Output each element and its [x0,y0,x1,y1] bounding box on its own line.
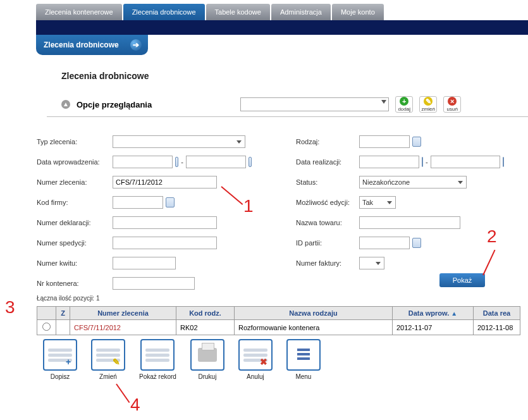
edit-button-label: zmień [422,106,435,112]
select-status[interactable]: Niezakończone [359,176,467,188]
delete-button[interactable]: × usuń [443,96,461,113]
cell-nazwa: Rozformowanie kontenera [235,320,393,335]
cell-numer[interactable]: CFS/7/11/2012 [70,320,176,335]
browse-options-row: ▲ Opcje przeglądania + dodaj ✎ zmień × u… [61,96,522,113]
calendar-icon[interactable] [503,157,504,167]
x-icon: ✖ [259,357,269,367]
label-status: Status: [296,178,359,186]
tab-drobnicowe[interactable]: Zlecenia drobnicowe [123,4,205,20]
input-data-real-from[interactable] [359,156,419,168]
input-data-wprow-from[interactable] [113,156,173,168]
show-button[interactable]: Pokaż [439,273,485,287]
cell-z [56,320,70,335]
x-icon: × [448,97,457,106]
menu-icon [297,349,310,361]
annotation-4: 4 [130,395,140,415]
table-row[interactable]: CFS/7/11/2012 RK02 Rozformowanie kontene… [37,320,520,335]
tab-administracja[interactable]: Administracja [271,4,331,20]
anuluj-button[interactable]: ✖ Anuluj [238,339,273,380]
label-id-partii: ID partii: [296,239,359,247]
label-mozliwosc-edycji: Możliwość edycji: [296,199,359,206]
row-radio[interactable] [42,323,51,331]
input-numer-kwitu[interactable] [113,257,176,269]
plus-icon: + [63,357,73,367]
col-data-wprow[interactable]: Data wprow. ▲ [393,307,474,320]
annotation-1: 1 [243,196,254,216]
zmien-button[interactable]: ✎ Zmień [91,339,125,380]
input-numer-spedycji[interactable] [113,237,217,249]
pokaz-rekord-label: Pokaż rekord [139,373,176,380]
top-nav: Zlecenia kontenerowe Zlecenia drobnicowe… [36,4,384,20]
cell-data-wprow: 2012-11-07 [393,320,474,335]
col-select[interactable] [37,307,56,320]
label-nr-kontenera: Nr kontenera: [37,280,113,287]
tab-moje-konto[interactable]: Moje konto [332,4,384,20]
label-nazwa-towaru: Nazwa towaru: [296,219,359,226]
subheader: Zlecenia drobnicowe ➔ [36,35,148,55]
pokaz-rekord-button[interactable]: Pokaż rekord [139,339,176,380]
annotation-line [116,383,130,403]
input-data-real-to[interactable] [431,156,500,168]
nav-underbar [36,20,528,35]
dopisz-button[interactable]: + Dopisz [43,339,77,380]
subheader-title: Zlecenia drobnicowe [44,40,119,49]
input-nazwa-towaru[interactable] [359,216,460,229]
input-kod-firmy[interactable] [113,196,163,209]
annotation-2: 2 [487,226,497,247]
zmien-label: Zmień [99,373,117,380]
calendar-icon[interactable] [422,157,423,167]
col-kod-rodz[interactable]: Kod rodz. [176,307,235,320]
label-rodzaj: Rodzaj: [296,138,359,145]
plus-icon: + [400,97,408,106]
lookup-icon[interactable] [412,238,421,248]
drukuj-button[interactable]: Drukuj [190,339,224,380]
select-numer-faktury[interactable] [359,257,384,269]
results-table: Z Numer zlecenia Kod rodz. Nazwa rodzaju… [37,306,520,335]
input-data-wprow-to[interactable] [186,156,246,168]
browse-options-select[interactable] [240,97,389,111]
calendar-icon[interactable] [175,157,178,167]
select-mozliwosc-edycji[interactable]: Tak [359,196,396,209]
label-kod-firmy: Kod firmy: [37,199,113,206]
input-rodzaj[interactable] [359,135,410,148]
browse-options-label: Opcje przeglądania [77,100,152,109]
info-icon[interactable]: ➔ [130,39,142,51]
input-numer-deklaracji[interactable] [113,216,217,229]
tab-kontenerowe[interactable]: Zlecenia kontenerowe [36,4,122,20]
label-numer-kwitu: Numer kwitu: [37,259,113,267]
page-title: Zlecenia drobnicowe [61,71,149,81]
add-button-label: dodaj [398,106,410,112]
result-count: Łączna ilość pozycji: 1 [37,295,100,302]
col-numer-zlecenia[interactable]: Numer zlecenia [70,307,176,320]
label-data-realizacji: Data realizacji: [296,158,359,166]
label-numer-spedycji: Numer spedycji: [37,239,113,247]
tab-tabele-kodowe[interactable]: Tabele kodowe [206,4,270,20]
divider [47,116,528,117]
calendar-icon[interactable] [249,157,252,167]
add-button[interactable]: + dodaj [395,96,413,113]
sort-asc-icon: ▲ [451,310,457,317]
col-data-rea[interactable]: Data rea [474,307,520,320]
input-nr-kontenera[interactable] [113,277,195,290]
collapse-icon[interactable]: ▲ [61,100,70,109]
dopisz-label: Dopisz [51,373,70,380]
cell-data-rea: 2012-11-08 [474,320,520,335]
col-z[interactable]: Z [56,307,70,320]
drukuj-label: Drukuj [198,373,216,380]
select-typ-zlecenia[interactable] [113,135,245,148]
menu-button[interactable]: Menu [286,339,321,380]
anuluj-label: Anuluj [247,373,264,380]
input-id-partii[interactable] [359,237,410,249]
lookup-icon[interactable] [166,197,175,207]
pencil-icon: ✎ [424,97,433,106]
edit-button[interactable]: ✎ zmień [419,96,437,113]
filter-form: Typ zlecenia: Rodzaj: Data wprowadzenia:… [37,135,492,290]
lookup-icon[interactable] [412,137,421,147]
input-numer-zlecenia[interactable] [113,176,217,188]
action-toolbar: + Dopisz ✎ Zmień Pokaż rekord Drukuj ✖ A… [43,339,321,380]
label-data-wprowadzenia: Data wprowadzenia: [37,158,113,166]
label-numer-faktury: Numer faktury: [296,259,359,267]
label-typ-zlecenia: Typ zlecenia: [37,138,113,145]
delete-button-label: usuń [447,106,458,112]
col-nazwa-rodzaju[interactable]: Nazwa rodzaju [235,307,393,320]
